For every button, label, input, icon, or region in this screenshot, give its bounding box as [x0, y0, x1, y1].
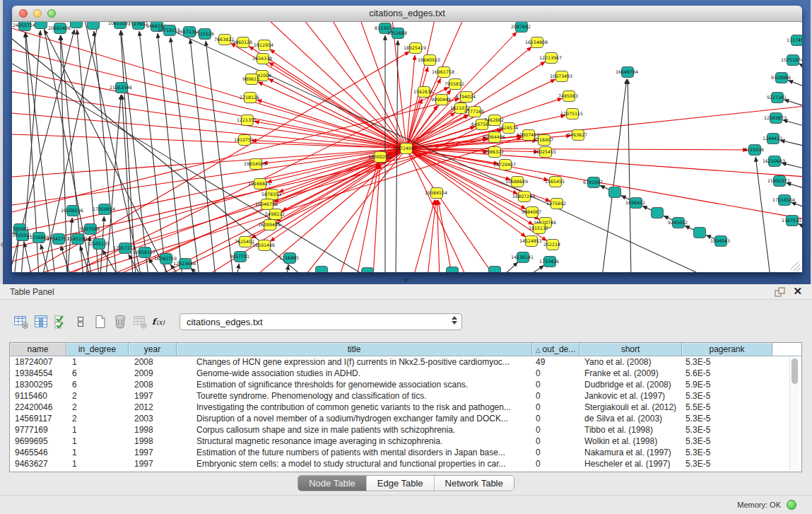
graph-edge[interactable]	[258, 82, 406, 148]
table-cell[interactable]: 1	[66, 447, 129, 458]
graph-edge[interactable]	[121, 30, 136, 272]
splitter-handle[interactable]	[402, 279, 409, 283]
table-row[interactable]: 911546021997Tourette syndrome. Phenomeno…	[10, 390, 801, 402]
graph-edge[interactable]	[413, 200, 435, 272]
table-cell[interactable]: 0	[532, 413, 579, 424]
column-header-name[interactable]: name	[10, 343, 66, 356]
table-cell[interactable]: 0	[532, 424, 579, 436]
table-cell[interactable]: Disruption of a novel member of a sodium…	[177, 413, 532, 424]
graph-edge[interactable]	[787, 183, 802, 189]
graph-edge[interactable]	[139, 31, 166, 272]
graph-node[interactable]	[71, 22, 83, 28]
table-cell[interactable]: 9463627	[10, 458, 66, 469]
graph-edge[interactable]	[628, 79, 631, 272]
network-canvas[interactable]: 2405572420691406106532871527602646616010…	[12, 22, 802, 272]
table-cell[interactable]: Nakamura et al. (1997)	[579, 447, 682, 458]
table-row[interactable]: 969969511998Structural magnetic resonanc…	[10, 436, 801, 447]
column-header-pagerank[interactable]: pagerank	[682, 343, 772, 356]
table-cell[interactable]: 5.9E-5	[682, 379, 772, 390]
table-cell[interactable]: 5.3E-5	[682, 458, 772, 469]
table-cell[interactable]: 5.3E-5	[682, 356, 772, 368]
graph-edge[interactable]	[191, 268, 201, 272]
table-selector-dropdown[interactable]: citations_edges.txt	[180, 313, 462, 330]
table-cell[interactable]: 0	[532, 458, 579, 469]
table-cell[interactable]: Investigating the contribution of common…	[177, 402, 532, 413]
close-window-button[interactable]	[19, 9, 28, 18]
graph-edge[interactable]	[270, 49, 406, 148]
table-cell[interactable]: 2009	[129, 368, 177, 379]
table-row[interactable]: 1456911722003Disruption of a novel membe…	[10, 413, 801, 424]
table-cell[interactable]: 9465546	[10, 447, 66, 458]
table-cell[interactable]: 5.3E-5	[682, 413, 772, 424]
table-cell[interactable]: 14569117	[10, 413, 66, 424]
table-row[interactable]: 2242004622012Investigating the contribut…	[10, 402, 801, 413]
graph-edge[interactable]	[237, 264, 239, 272]
table-cell[interactable]: 18300295	[10, 379, 66, 390]
table-cell[interactable]: 0	[532, 402, 579, 413]
table-cell[interactable]: Tourette syndrome. Phenomenology and cla…	[177, 390, 532, 402]
table-cell[interactable]: Stergiakouli et al. (2012)	[579, 402, 682, 413]
table-cell[interactable]: 2008	[129, 356, 177, 368]
delete-attribute-icon[interactable]	[110, 313, 130, 331]
table-cell[interactable]: 1	[66, 356, 129, 368]
table-cell[interactable]: 9699695	[10, 436, 66, 447]
close-panel-icon[interactable]: ✕	[793, 285, 802, 298]
graph-edge[interactable]	[190, 39, 216, 272]
graph-edge[interactable]	[782, 163, 802, 170]
graph-edge[interactable]	[438, 200, 452, 272]
table-cell[interactable]: Wolkin et al. (1998)	[579, 436, 682, 447]
graph-edge[interactable]	[12, 92, 406, 148]
table-cell[interactable]: 0	[532, 379, 579, 390]
table-settings-icon[interactable]	[11, 313, 31, 331]
table-cell[interactable]: 1	[66, 458, 129, 469]
table-cell[interactable]: 1998	[129, 424, 177, 436]
table-cell[interactable]: 2	[66, 390, 129, 402]
table-row[interactable]: 1938455462009Genome-wide association stu…	[10, 368, 801, 379]
graph-node[interactable]	[88, 22, 100, 30]
table-cell[interactable]: 5.3E-5	[682, 436, 772, 447]
table-cell[interactable]: 2008	[129, 379, 177, 390]
column-header-short[interactable]: short	[579, 343, 682, 356]
memory-indicator-icon[interactable]	[787, 500, 796, 510]
table-cell[interactable]: Corpus callosum shape and size in male p…	[177, 424, 532, 436]
graph-edge[interactable]	[286, 265, 288, 272]
table-cell[interactable]: Franke et al. (2009)	[579, 368, 682, 379]
table-row[interactable]: 946554611997Estimation of the future num…	[10, 447, 801, 458]
graph-node[interactable]	[35, 22, 47, 29]
table-cell[interactable]: 6	[66, 379, 129, 390]
graph-edge[interactable]	[526, 266, 544, 272]
graph-node[interactable]	[447, 267, 459, 273]
table-row[interactable]: 946362711997Embryonic stem cells: a mode…	[10, 458, 801, 469]
table-cell[interactable]: Changes of HCN gene expression and I(f) …	[177, 356, 532, 368]
graph-edge[interactable]	[791, 202, 802, 209]
graph-edge[interactable]	[373, 164, 379, 272]
column-header-out-de-[interactable]: △out_de...	[532, 343, 579, 356]
table-row[interactable]: 1830029562008Estimation of significance …	[10, 379, 801, 390]
zoom-window-button[interactable]	[47, 9, 56, 18]
graph-edge[interactable]	[784, 100, 802, 107]
column-header-year[interactable]: year	[129, 343, 177, 356]
table-cell[interactable]: Tibbo et al. (1998)	[579, 424, 682, 436]
graph-edge[interactable]	[788, 81, 802, 88]
table-cell[interactable]: 5.6E-5	[682, 368, 772, 379]
table-cell[interactable]: Jankovic et al. (1997)	[579, 390, 682, 402]
graph-edge[interactable]	[799, 223, 802, 229]
table-cell[interactable]: 49	[532, 356, 579, 368]
table-cell[interactable]: 5.3E-5	[682, 424, 772, 436]
table-cell[interactable]: 1997	[129, 458, 177, 469]
show-column-icon[interactable]	[31, 313, 51, 331]
graph-edge[interactable]	[799, 64, 802, 69]
column-header-title[interactable]: title	[177, 343, 532, 356]
graph-node[interactable]	[362, 268, 374, 273]
table-cell[interactable]: 1998	[129, 436, 177, 447]
table-cell[interactable]: Estimation of the future numbers of pati…	[177, 447, 532, 458]
table-cell[interactable]: 1	[66, 424, 129, 436]
graph-node[interactable]	[694, 228, 706, 238]
column-header-in-degree[interactable]: in_degree	[66, 343, 129, 356]
table-cell[interactable]: Dudbridge et al. (2008)	[579, 379, 682, 390]
table-cell[interactable]: 2003	[129, 413, 177, 424]
graph-edge[interactable]	[12, 148, 406, 205]
delete-table-icon[interactable]	[130, 313, 150, 331]
table-row[interactable]: 977716911998Corpus callosum shape and si…	[10, 424, 801, 436]
graph-edge[interactable]	[437, 200, 440, 272]
